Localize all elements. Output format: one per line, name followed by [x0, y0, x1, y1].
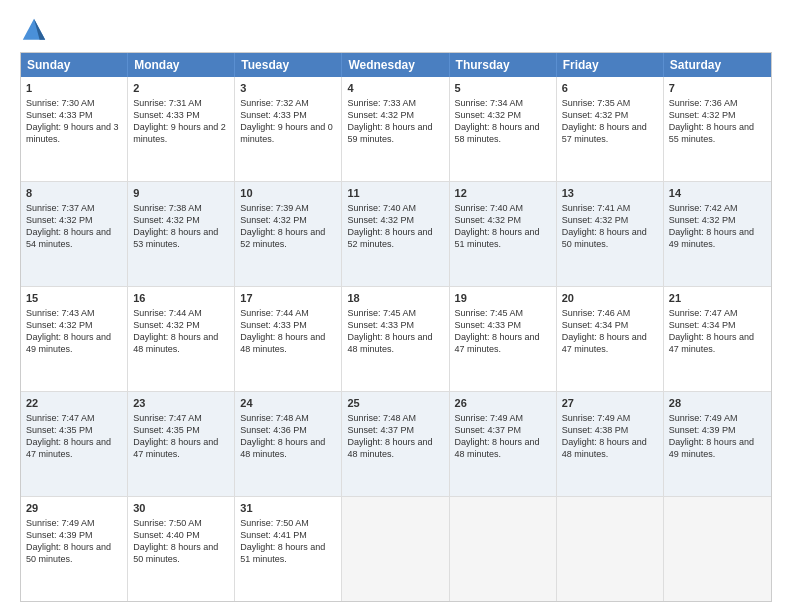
- sunrise-label: Sunrise: 7:49 AM: [26, 518, 95, 528]
- calendar: SundayMondayTuesdayWednesdayThursdayFrid…: [20, 52, 772, 602]
- empty-cell: [664, 497, 771, 601]
- calendar-week-2: 8Sunrise: 7:37 AMSunset: 4:32 PMDaylight…: [21, 182, 771, 287]
- sunrise-label: Sunrise: 7:44 AM: [240, 308, 309, 318]
- sunset-label: Sunset: 4:34 PM: [669, 320, 736, 330]
- day-number: 21: [669, 291, 766, 306]
- sunset-label: Sunset: 4:32 PM: [133, 320, 200, 330]
- daylight-label: Daylight: 9 hours and 2 minutes.: [133, 122, 226, 144]
- calendar-week-3: 15Sunrise: 7:43 AMSunset: 4:32 PMDayligh…: [21, 287, 771, 392]
- day-number: 2: [133, 81, 229, 96]
- sunset-label: Sunset: 4:38 PM: [562, 425, 629, 435]
- daylight-label: Daylight: 9 hours and 3 minutes.: [26, 122, 119, 144]
- sunrise-label: Sunrise: 7:49 AM: [455, 413, 524, 423]
- sunset-label: Sunset: 4:35 PM: [26, 425, 93, 435]
- day-header-sunday: Sunday: [21, 53, 128, 77]
- page: SundayMondayTuesdayWednesdayThursdayFrid…: [0, 0, 792, 612]
- day-cell-27: 27Sunrise: 7:49 AMSunset: 4:38 PMDayligh…: [557, 392, 664, 496]
- day-number: 4: [347, 81, 443, 96]
- day-number: 31: [240, 501, 336, 516]
- day-number: 13: [562, 186, 658, 201]
- daylight-label: Daylight: 8 hours and 47 minutes.: [26, 437, 111, 459]
- sunset-label: Sunset: 4:33 PM: [240, 320, 307, 330]
- day-number: 17: [240, 291, 336, 306]
- day-cell-13: 13Sunrise: 7:41 AMSunset: 4:32 PMDayligh…: [557, 182, 664, 286]
- sunrise-label: Sunrise: 7:48 AM: [240, 413, 309, 423]
- daylight-label: Daylight: 8 hours and 51 minutes.: [240, 542, 325, 564]
- calendar-week-1: 1Sunrise: 7:30 AMSunset: 4:33 PMDaylight…: [21, 77, 771, 182]
- daylight-label: Daylight: 8 hours and 50 minutes.: [562, 227, 647, 249]
- sunset-label: Sunset: 4:32 PM: [562, 110, 629, 120]
- empty-cell: [557, 497, 664, 601]
- day-cell-1: 1Sunrise: 7:30 AMSunset: 4:33 PMDaylight…: [21, 77, 128, 181]
- day-number: 28: [669, 396, 766, 411]
- day-cell-29: 29Sunrise: 7:49 AMSunset: 4:39 PMDayligh…: [21, 497, 128, 601]
- sunset-label: Sunset: 4:32 PM: [455, 110, 522, 120]
- day-cell-18: 18Sunrise: 7:45 AMSunset: 4:33 PMDayligh…: [342, 287, 449, 391]
- day-cell-24: 24Sunrise: 7:48 AMSunset: 4:36 PMDayligh…: [235, 392, 342, 496]
- daylight-label: Daylight: 8 hours and 54 minutes.: [26, 227, 111, 249]
- day-cell-14: 14Sunrise: 7:42 AMSunset: 4:32 PMDayligh…: [664, 182, 771, 286]
- daylight-label: Daylight: 8 hours and 52 minutes.: [240, 227, 325, 249]
- empty-cell: [342, 497, 449, 601]
- empty-cell: [450, 497, 557, 601]
- sunset-label: Sunset: 4:39 PM: [669, 425, 736, 435]
- day-number: 26: [455, 396, 551, 411]
- sunrise-label: Sunrise: 7:46 AM: [562, 308, 631, 318]
- day-cell-31: 31Sunrise: 7:50 AMSunset: 4:41 PMDayligh…: [235, 497, 342, 601]
- daylight-label: Daylight: 8 hours and 50 minutes.: [133, 542, 218, 564]
- sunrise-label: Sunrise: 7:49 AM: [562, 413, 631, 423]
- day-cell-17: 17Sunrise: 7:44 AMSunset: 4:33 PMDayligh…: [235, 287, 342, 391]
- day-cell-4: 4Sunrise: 7:33 AMSunset: 4:32 PMDaylight…: [342, 77, 449, 181]
- day-number: 5: [455, 81, 551, 96]
- daylight-label: Daylight: 8 hours and 48 minutes.: [240, 332, 325, 354]
- day-header-saturday: Saturday: [664, 53, 771, 77]
- day-cell-10: 10Sunrise: 7:39 AMSunset: 4:32 PMDayligh…: [235, 182, 342, 286]
- sunset-label: Sunset: 4:33 PM: [240, 110, 307, 120]
- daylight-label: Daylight: 8 hours and 58 minutes.: [455, 122, 540, 144]
- daylight-label: Daylight: 8 hours and 57 minutes.: [562, 122, 647, 144]
- calendar-body: 1Sunrise: 7:30 AMSunset: 4:33 PMDaylight…: [21, 77, 771, 601]
- sunset-label: Sunset: 4:33 PM: [26, 110, 93, 120]
- sunrise-label: Sunrise: 7:36 AM: [669, 98, 738, 108]
- sunset-label: Sunset: 4:32 PM: [347, 110, 414, 120]
- sunrise-label: Sunrise: 7:33 AM: [347, 98, 416, 108]
- daylight-label: Daylight: 8 hours and 49 minutes.: [669, 437, 754, 459]
- day-cell-9: 9Sunrise: 7:38 AMSunset: 4:32 PMDaylight…: [128, 182, 235, 286]
- day-number: 7: [669, 81, 766, 96]
- sunset-label: Sunset: 4:39 PM: [26, 530, 93, 540]
- sunrise-label: Sunrise: 7:35 AM: [562, 98, 631, 108]
- day-number: 1: [26, 81, 122, 96]
- daylight-label: Daylight: 8 hours and 48 minutes.: [455, 437, 540, 459]
- day-number: 8: [26, 186, 122, 201]
- daylight-label: Daylight: 9 hours and 0 minutes.: [240, 122, 333, 144]
- calendar-week-5: 29Sunrise: 7:49 AMSunset: 4:39 PMDayligh…: [21, 497, 771, 601]
- sunrise-label: Sunrise: 7:48 AM: [347, 413, 416, 423]
- calendar-week-4: 22Sunrise: 7:47 AMSunset: 4:35 PMDayligh…: [21, 392, 771, 497]
- logo-icon: [20, 16, 48, 44]
- day-cell-28: 28Sunrise: 7:49 AMSunset: 4:39 PMDayligh…: [664, 392, 771, 496]
- daylight-label: Daylight: 8 hours and 47 minutes.: [562, 332, 647, 354]
- day-number: 15: [26, 291, 122, 306]
- daylight-label: Daylight: 8 hours and 55 minutes.: [669, 122, 754, 144]
- sunset-label: Sunset: 4:32 PM: [562, 215, 629, 225]
- day-cell-22: 22Sunrise: 7:47 AMSunset: 4:35 PMDayligh…: [21, 392, 128, 496]
- daylight-label: Daylight: 8 hours and 47 minutes.: [455, 332, 540, 354]
- sunset-label: Sunset: 4:37 PM: [455, 425, 522, 435]
- day-number: 29: [26, 501, 122, 516]
- sunset-label: Sunset: 4:32 PM: [240, 215, 307, 225]
- day-number: 22: [26, 396, 122, 411]
- day-number: 20: [562, 291, 658, 306]
- sunrise-label: Sunrise: 7:30 AM: [26, 98, 95, 108]
- day-header-friday: Friday: [557, 53, 664, 77]
- sunset-label: Sunset: 4:33 PM: [455, 320, 522, 330]
- day-header-monday: Monday: [128, 53, 235, 77]
- day-cell-6: 6Sunrise: 7:35 AMSunset: 4:32 PMDaylight…: [557, 77, 664, 181]
- sunrise-label: Sunrise: 7:50 AM: [240, 518, 309, 528]
- sunset-label: Sunset: 4:33 PM: [133, 110, 200, 120]
- day-number: 18: [347, 291, 443, 306]
- sunrise-label: Sunrise: 7:45 AM: [455, 308, 524, 318]
- sunrise-label: Sunrise: 7:45 AM: [347, 308, 416, 318]
- sunset-label: Sunset: 4:35 PM: [133, 425, 200, 435]
- day-number: 11: [347, 186, 443, 201]
- sunrise-label: Sunrise: 7:40 AM: [455, 203, 524, 213]
